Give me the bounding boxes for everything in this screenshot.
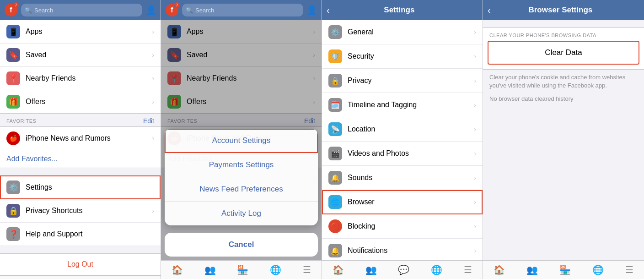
settings-timeline[interactable]: 🗓️ Timeline and Tagging › — [322, 93, 483, 117]
favorites-section-header: FAVORITES Edit — [0, 114, 161, 126]
cancel-button-container: Cancel — [165, 233, 318, 257]
friend-request-icon[interactable]: 👤 — [146, 5, 156, 15]
p3-tab-menu[interactable]: ☰ — [464, 264, 472, 275]
clear-data-section-label: CLEAR YOUR PHONE'S BROWSING DATA — [483, 28, 644, 41]
blocking-label: Blocking — [348, 222, 468, 230]
favorites-item-iphone-news[interactable]: 🍎 iPhone News and Rumors › — [0, 127, 161, 150]
search-bar[interactable]: 🔍 Search — [21, 4, 142, 16]
p3-tab-friends[interactable]: 👥 — [365, 264, 377, 275]
panel-2: f 7 🔍 Search 👤 📱 Apps › 🔖 Saved › — [161, 0, 322, 279]
sounds-icon: 🔔 — [328, 171, 342, 185]
settings-security[interactable]: 🛡️ Security › — [322, 44, 483, 69]
p4-tab-menu[interactable]: ☰ — [625, 264, 633, 275]
notifications-icon: 🔔 — [328, 244, 342, 257]
fb-logo-badge-2: f 7 — [166, 4, 178, 16]
chevron-icon: › — [474, 174, 476, 181]
fb-logo-text: f — [10, 6, 12, 14]
p2-tab-home[interactable]: 🏠 — [172, 264, 183, 275]
chevron-icon: › — [474, 223, 476, 230]
settings-privacy[interactable]: 🔒 Privacy › — [322, 69, 483, 93]
panel1-header: f 7 🔍 Search 👤 — [0, 0, 161, 20]
p3-tab-messenger[interactable]: 💬 — [398, 264, 409, 275]
panel-3: ‹ Settings ⚙️ General › 🛡️ Security › 🔒 … — [322, 0, 483, 279]
p2-tab-friends[interactable]: 👥 — [204, 264, 216, 275]
saved-label: Saved — [26, 51, 146, 59]
location-icon: 📡 — [328, 122, 342, 136]
chevron-icon: › — [152, 135, 154, 142]
back-button[interactable]: ‹ — [327, 5, 330, 16]
settings-icon: ⚙️ — [6, 181, 20, 194]
edit-button[interactable]: Edit — [143, 117, 154, 125]
panel3-header: ‹ Settings — [322, 0, 483, 20]
settings-sounds[interactable]: 🔔 Sounds › — [322, 166, 483, 190]
p4-tab-globe[interactable]: 🌐 — [592, 264, 604, 275]
settings-notifications[interactable]: 🔔 Notifications › — [322, 239, 483, 260]
chevron-icon: › — [474, 53, 476, 60]
security-icon: 🛡️ — [328, 49, 342, 63]
search-placeholder: Search — [34, 7, 53, 14]
apps-icon: 📱 — [6, 25, 20, 38]
p2-tab-marketplace[interactable]: 🏪 — [237, 264, 248, 275]
menu-item-nearby-friends[interactable]: 📍 Nearby Friends › — [0, 67, 161, 90]
menu-item-saved[interactable]: 🔖 Saved › — [0, 44, 161, 67]
search-bar-2[interactable]: 🔍 Search — [182, 4, 303, 16]
security-label: Security — [348, 52, 468, 60]
notification-badge-2: 7 — [174, 2, 180, 8]
settings-general[interactable]: ⚙️ General › — [322, 20, 483, 44]
p2-tab-globe[interactable]: 🌐 — [270, 264, 281, 275]
location-label: Location — [348, 125, 468, 133]
cancel-button[interactable]: Cancel — [165, 233, 318, 257]
settings-videos[interactable]: 🎬 Videos and Photos › — [322, 142, 483, 166]
chevron-icon: › — [152, 207, 154, 214]
p3-tab-home[interactable]: 🏠 — [333, 264, 344, 275]
panel3-tab-bar: 🏠 👥 💬 🌐 ☰ — [322, 260, 483, 279]
friend-request-icon-2[interactable]: 👤 — [307, 5, 317, 15]
panel2-header: f 7 🔍 Search 👤 — [161, 0, 322, 20]
account-settings-button[interactable]: Account Settings — [165, 129, 318, 153]
settings-location[interactable]: 📡 Location › — [322, 117, 483, 142]
offers-icon: 🎁 — [6, 95, 20, 109]
payments-settings-button[interactable]: Payments Settings — [165, 153, 318, 177]
privacy-settings-icon: 🔒 — [328, 74, 342, 88]
settings-browser[interactable]: 🌐 Browser › — [322, 190, 483, 214]
panel1-tab-bar: 🏠 👥 🏪 🌐 ☰ — [0, 275, 161, 279]
p3-tab-globe[interactable]: 🌐 — [431, 264, 442, 275]
logout-button[interactable]: Log Out — [0, 253, 161, 275]
timeline-label: Timeline and Tagging — [348, 101, 468, 109]
saved-icon: 🔖 — [6, 48, 20, 62]
help-icon: ❓ — [6, 227, 20, 241]
favorites-item-label: iPhone News and Rumors — [26, 134, 146, 142]
chevron-icon: › — [152, 51, 154, 59]
chevron-icon: › — [152, 75, 154, 82]
p4-tab-home[interactable]: 🏠 — [494, 264, 505, 275]
nearby-friends-icon: 📍 — [6, 71, 20, 85]
panel-4: ‹ Browser Settings CLEAR YOUR PHONE'S BR… — [483, 0, 644, 279]
help-label: Help and Support — [26, 230, 154, 238]
bottom-items: ⚙️ Settings 🔒 Privacy Shortcuts › ❓ Help… — [0, 175, 161, 246]
privacy-shortcuts-item[interactable]: 🔒 Privacy Shortcuts › — [0, 199, 161, 223]
sounds-label: Sounds — [348, 174, 468, 182]
settings-item[interactable]: ⚙️ Settings — [0, 175, 161, 199]
menu-item-offers[interactable]: 🎁 Offers › — [0, 90, 161, 113]
chevron-icon: › — [474, 77, 476, 84]
blocking-icon: 🚫 — [328, 219, 342, 233]
fb-logo-badge: f 7 — [5, 4, 17, 16]
p4-tab-friends[interactable]: 👥 — [526, 264, 538, 275]
settings-blocking[interactable]: 🚫 Blocking › — [322, 214, 483, 239]
panel1-menu-list: 📱 Apps › 🔖 Saved › 📍 Nearby Friends › 🎁 … — [0, 20, 161, 114]
p4-tab-marketplace[interactable]: 🏪 — [559, 264, 571, 275]
panel2-tab-bar: 🏠 👥 🏪 🌐 ☰ — [161, 260, 322, 279]
p2-tab-menu[interactable]: ☰ — [303, 264, 311, 275]
clear-data-button[interactable]: Clear Data — [488, 41, 639, 65]
favorites-avatar: 🍎 — [6, 131, 20, 145]
browser-label: Browser — [348, 198, 468, 206]
help-support-item[interactable]: ❓ Help and Support — [0, 223, 161, 246]
add-favorites-button[interactable]: Add Favorites... — [0, 150, 161, 168]
search-placeholder-2: Search — [195, 7, 214, 14]
chevron-icon: › — [474, 126, 476, 133]
menu-item-apps[interactable]: 📱 Apps › — [0, 20, 161, 44]
p4-back-button[interactable]: ‹ — [488, 5, 491, 16]
timeline-icon: 🗓️ — [328, 98, 342, 112]
news-feed-prefs-button[interactable]: News Feed Preferences — [165, 177, 318, 202]
activity-log-button[interactable]: Activity Log — [165, 202, 318, 225]
